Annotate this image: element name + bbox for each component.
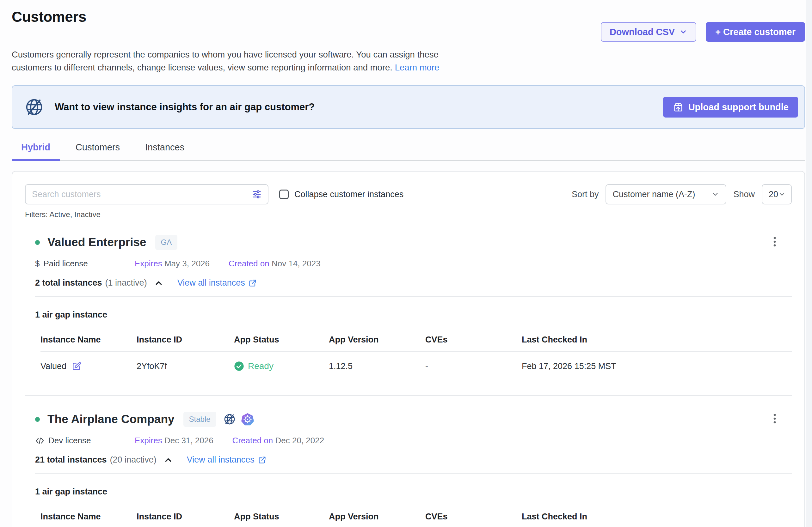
instances-total: 21 total instances [35,455,107,465]
instances-summary-row: 2 total instances (1 inactive) View all … [35,278,792,288]
customer-separator [25,395,792,396]
expires-label: Expires [135,259,162,268]
view-all-instances-link[interactable]: View all instances [177,278,257,288]
kubernetes-icon [241,412,254,426]
banner-title: Want to view instance insights for an ai… [55,102,315,113]
col-cves: CVEs [425,512,522,522]
sort-by-label: Sort by [572,190,599,199]
created-field: Created on Nov 14, 2023 [229,259,321,269]
customer-list-card: Collapse customer instances Sort by Cust… [12,171,805,527]
download-csv-label: Download CSV [610,27,675,37]
instance-name-cell: Valued [41,361,136,371]
tab-hybrid[interactable]: Hybrid [12,142,60,160]
license-type: $ Paid license [35,259,135,269]
instance-table: Instance Name Instance ID App Status App… [41,328,792,381]
external-link-icon [258,456,266,464]
expires-label: Expires [135,436,162,445]
created-label: Created on [229,259,270,268]
col-instance-name: Instance Name [41,335,136,345]
collapse-instances-label[interactable]: Collapse customer instances [294,190,404,199]
instances-inactive: (1 inactive) [105,278,147,288]
airgap-banner: Want to view instance insights for an ai… [12,85,805,129]
upload-bundle-icon [672,102,684,113]
list-controls: Collapse customer instances Sort by Cust… [25,184,792,205]
last-checked-in: Feb 17, 2026 15:25 MST [522,361,792,371]
show-select[interactable]: 20 [762,184,792,205]
search-box [25,184,269,205]
create-customer-button[interactable]: + Create customer [706,22,805,42]
collapse-chevron-up-icon[interactable] [163,455,173,465]
tab-instances[interactable]: Instances [136,142,194,160]
created-label: Created on [232,436,273,445]
instances-total: 2 total instances [35,278,102,288]
created-value: Nov 14, 2023 [272,259,321,268]
customers-page: Customers Download CSV + Create customer… [0,0,806,527]
show-label: Show [733,190,755,199]
search-input[interactable] [32,190,251,199]
customer-actions-kebab[interactable] [767,410,783,428]
instance-rows: Valued 2YfoK7f Ready 1.12.5 - Feb 17, 20… [41,352,792,381]
customer-actions-kebab[interactable] [767,234,783,251]
license-type-label: Dev license [48,436,91,446]
customer-name[interactable]: The Airplane Company [47,412,175,426]
show-value: 20 [769,190,778,199]
collapse-instances-group: Collapse customer instances [279,190,404,199]
customer-meta: Dev license Expires Dec 31, 2026 Created… [35,436,792,446]
page-description: Customers generally represent the compan… [12,48,473,74]
page-title: Customers [12,8,86,25]
collapse-instances-checkbox[interactable] [279,190,289,199]
instance-name: Valued [41,361,67,371]
customer-name[interactable]: Valued Enterprise [47,236,146,249]
col-instance-id: Instance ID [136,335,234,345]
sort-by-select[interactable]: Customer name (A-Z) [606,184,726,205]
edit-instance-name-icon[interactable] [71,361,82,371]
channel-badge: GA [155,235,178,250]
col-app-status: App Status [234,512,329,522]
app-status-cell: Ready [234,361,329,371]
upload-bundle-label: Upload support bundle [688,102,788,112]
sort-by-value: Customer name (A-Z) [612,190,695,199]
description-text: Customers generally represent the compan… [12,50,438,72]
header-actions: Download CSV + Create customer [601,22,805,42]
active-filters-text: Filters: Active, Inactive [25,210,792,219]
customer-block: The Airplane Company Stable [25,410,792,527]
col-app-version: App Version [329,512,425,522]
airgap-instances-heading: 1 air gap instance [35,487,792,497]
app-version: 1.12.5 [329,361,425,371]
app-status: Ready [248,361,274,371]
chevron-down-icon [778,191,786,198]
upload-support-bundle-button[interactable]: Upload support bundle [663,97,798,118]
expires-value: Dec 31, 2026 [164,436,214,445]
active-status-dot [35,417,40,422]
collapse-chevron-up-icon[interactable] [154,278,163,288]
instances-summary-row: 21 total instances (20 inactive) View al… [35,455,792,465]
customer-meta: $ Paid license Expires May 3, 2026 Creat… [35,259,792,269]
license-type-label: Paid license [43,259,88,269]
col-cves: CVEs [425,335,522,345]
chevron-down-icon [711,190,719,198]
download-csv-button[interactable]: Download CSV [601,22,696,42]
section-divider [35,296,792,297]
tab-customers[interactable]: Customers [66,142,129,160]
instance-id: 2YfoK7f [136,361,234,371]
view-all-instances-link[interactable]: View all instances [187,455,266,465]
dollar-icon: $ [35,259,40,269]
airgap-globe-icon [223,413,236,425]
tab-bar: Hybrid Customers Instances [12,142,805,161]
expires-field: Expires May 3, 2026 [135,259,209,269]
customer-capability-icons [223,412,254,426]
airgap-instances-heading: 1 air gap instance [35,310,792,320]
instance-table: Instance Name Instance ID App Status App… [41,505,792,527]
col-instance-name: Instance Name [41,512,136,522]
expires-field: Expires Dec 31, 2026 [135,436,214,446]
filter-sliders-icon[interactable] [251,189,262,200]
col-instance-id: Instance ID [136,512,234,522]
instance-table-header: Instance Name Instance ID App Status App… [41,328,792,352]
learn-more-link[interactable]: Learn more [395,63,439,72]
customer-list: Valued Enterprise GA $ Paid license Expi… [25,234,792,527]
instances-inactive: (20 inactive) [110,455,157,465]
active-status-dot [35,240,40,245]
customer-header: The Airplane Company Stable [35,410,792,428]
external-link-icon [248,278,257,287]
sort-show-controls: Sort by Customer name (A-Z) Show 20 [572,184,792,205]
